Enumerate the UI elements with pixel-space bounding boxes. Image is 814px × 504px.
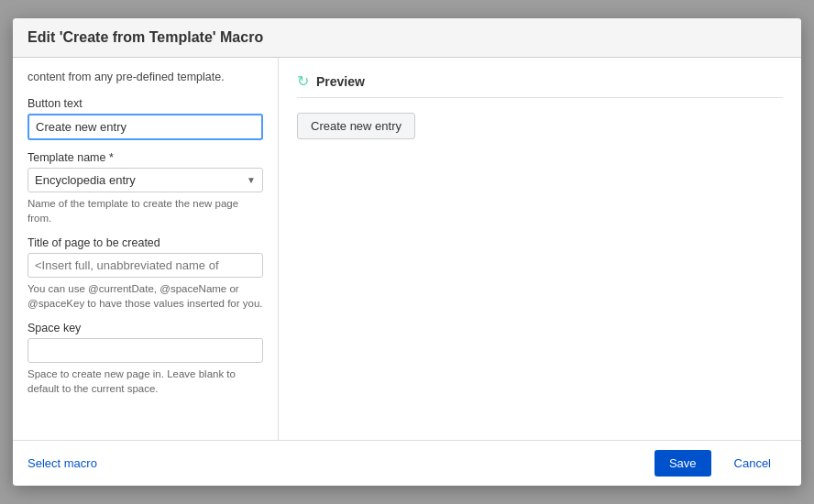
button-text-group: Button text [28, 97, 263, 140]
template-name-select-wrapper: Encyclopedia entry ▼ [28, 168, 263, 192]
refresh-icon: ↻ [297, 72, 309, 90]
preview-create-button[interactable]: Create new entry [297, 113, 415, 139]
template-name-select[interactable]: Encyclopedia entry [28, 168, 263, 192]
page-title-input[interactable] [28, 253, 263, 278]
space-key-label: Space key [28, 322, 263, 334]
button-text-label: Button text [28, 97, 263, 110]
modal-footer: Select macro Save Cancel [13, 440, 801, 486]
template-name-group: Template name * Encyclopedia entry ▼ Nam… [28, 151, 263, 225]
modal-title: Edit 'Create from Template' Macro [28, 29, 263, 45]
page-title-help: You can use @currentDate, @spaceName or … [28, 281, 263, 311]
space-key-group: Space key Space to create new page in. L… [28, 322, 263, 396]
footer-buttons: Save Cancel [654, 450, 786, 477]
save-button[interactable]: Save [654, 450, 711, 477]
modal-dialog: Edit 'Create from Template' Macro conten… [13, 18, 801, 486]
modal-header: Edit 'Create from Template' Macro [13, 18, 801, 58]
preview-header: ↻ Preview [297, 72, 783, 98]
template-name-label: Template name * [28, 151, 263, 164]
preview-title: Preview [316, 74, 365, 89]
space-key-input[interactable] [28, 338, 263, 363]
space-key-help: Space to create new page in. Leave blank… [28, 367, 263, 396]
cancel-button[interactable]: Cancel [719, 450, 786, 477]
select-macro-link[interactable]: Select macro [28, 456, 97, 470]
modal-body: content from any pre-defined template. B… [13, 58, 801, 440]
template-name-help: Name of the template to create the new p… [28, 196, 263, 225]
right-panel: ↻ Preview Create new entry [279, 58, 801, 440]
page-title-group: Title of page to be created You can use … [28, 236, 263, 311]
intro-text: content from any pre-defined template. [28, 69, 263, 86]
left-panel: content from any pre-defined template. B… [13, 58, 279, 440]
button-text-input[interactable] [28, 114, 263, 140]
modal-overlay: Edit 'Create from Template' Macro conten… [0, 0, 814, 504]
page-title-label: Title of page to be created [28, 236, 263, 249]
